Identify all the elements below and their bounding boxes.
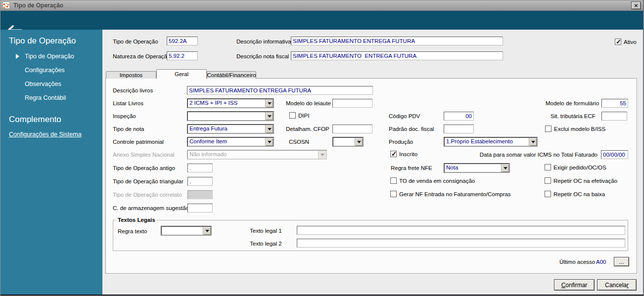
descricao-nota-fiscal-label: Descrição nota fiscal [236,53,289,59]
descricao-nota-fiscal-input[interactable] [291,51,503,60]
regra-texto-label: Regra texto [118,228,147,234]
producao-select[interactable]: 1.Próprio Estabelecimento [444,137,538,147]
sit-tributaria-ecf-label: Sit. tributária ECF [551,113,596,119]
to-venda-consignacao-checkbox-box[interactable] [390,177,397,184]
tipo-operacao-input[interactable] [167,37,198,45]
title-bar: Tipo de Operação ✕ [0,0,644,11]
repetir-oc-baixa-checkbox-box[interactable] [545,191,551,197]
data-somar-icms-label: Data para somar valor ICMS no Total Fatu… [474,152,598,158]
ultimo-acesso-value: A00 [596,259,606,265]
inscrito-checkbox[interactable]: Inscrito [390,151,417,157]
codigo-pdv-input[interactable] [444,112,474,121]
to-venda-consignacao-checkbox[interactable]: TO de venda em consignação [390,177,475,184]
modelo-formulario-input[interactable] [601,99,628,108]
modelo-leiaute-label: Modelo do leiaute [286,100,331,106]
exigir-pedido-checkbox-box[interactable] [545,164,551,170]
repetir-oc-efetivacao-checkbox-box[interactable] [545,177,551,184]
sidebar-link-configuracoes-de-sistema[interactable]: Configurações de Sistema [9,131,82,138]
confirm-button[interactable]: Confirmar [554,279,595,291]
gerar-nf-entrada-checkbox[interactable]: Gerar NF Entrada no Faturamento/Compras [390,191,511,197]
repetir-oc-baixa-checkbox[interactable]: Repetir OC na baixa [545,191,605,197]
sidebar-item-configuracoes[interactable]: Configurações [25,67,65,74]
chevron-down-icon[interactable] [355,138,363,146]
window-title: Tipo de Operação [13,2,63,9]
inscrito-checkbox-box[interactable] [390,151,397,157]
ativo-checkbox[interactable]: Ativo [615,39,637,45]
dipi-checkbox-label: DIPI [298,113,309,119]
csosn-select[interactable] [332,137,364,147]
repetir-oc-efetivacao-checkbox-label: Repetir OC na efetivação [553,178,617,184]
chevron-down-icon[interactable] [501,164,509,172]
descricao-livros-label: Descrição livros [113,87,153,93]
sidebar-item-tipo-de-operacao[interactable]: Tipo de Operação [25,53,74,60]
gerar-nf-entrada-checkbox-label: Gerar NF Entrada no Faturamento/Compras [399,191,511,197]
to-antigo-input[interactable] [187,164,213,172]
sidebar-section-title: Tipo de Operação [9,36,76,46]
ativo-checkbox-label: Ativo [624,39,637,45]
exclui-modelo-biss-checkbox[interactable]: Exclui modelo B/ISS [545,126,605,132]
ativo-checkbox-box[interactable] [615,39,621,45]
gerar-nf-entrada-checkbox-box[interactable] [390,191,397,197]
anexo-simples-label: Anexo Simples Nacional [113,152,175,158]
cancel-button[interactable]: Cancelar [597,279,637,291]
tab-impostos[interactable]: Impostos [106,71,156,79]
dipi-checkbox-box[interactable] [289,112,296,119]
descricao-informativa-input[interactable] [291,37,503,45]
tipo-de-operacao-window: Tipo de Operação ✕ Tipo de Operação Tipo… [0,0,644,296]
sidebar-item-observacoes[interactable]: Observações [25,81,61,87]
data-somar-icms-input[interactable] [601,150,628,159]
modelo-formulario-label: Modelo de formulário [546,100,599,106]
tab-geral[interactable]: Geral [156,69,207,79]
exigir-pedido-checkbox[interactable]: Exigir pedido/OC/OS [545,164,606,170]
regra-frete-nfe-select[interactable]: Nota [444,163,510,173]
texto-legal-2-input[interactable] [297,239,625,248]
repetir-oc-baixa-checkbox-label: Repetir OC na baixa [553,191,605,197]
chevron-down-icon[interactable] [265,138,273,146]
chevron-down-icon[interactable] [265,112,273,120]
chevron-down-icon[interactable] [529,138,537,146]
texto-legal-2-label: Texto legal 2 [250,241,282,247]
c-armazenagem-label: C. de armazenagem sugestão [113,205,189,211]
natureza-operacao-input[interactable] [167,51,198,60]
textos-legais-title: Textos Legais [116,217,157,223]
exclui-modelo-biss-checkbox-box[interactable] [545,126,552,132]
padrao-doc-fiscal-label: Padrão doc. fiscal [389,126,434,132]
padrao-doc-fiscal-input[interactable] [444,125,474,133]
ultimo-acesso-more-button[interactable]: ... [614,257,629,266]
modelo-leiaute-input[interactable] [332,99,372,108]
to-triangular-input[interactable] [187,177,213,186]
to-correlato-input [187,190,213,199]
sidebar-item-regra-contabil[interactable]: Regra Contábil [25,94,66,101]
app-icon-glyph [3,2,9,9]
anexo-simples-select: Não informado [187,150,327,160]
close-button[interactable]: ✕ [631,1,641,9]
texto-legal-1-label: Texto legal 1 [250,228,282,234]
chevron-down-icon[interactable] [265,99,273,107]
inscrito-checkbox-label: Inscrito [399,151,417,157]
sit-tributaria-ecf-input[interactable] [601,112,627,121]
csosn-label: CSOSN [289,139,309,145]
repetir-oc-efetivacao-checkbox[interactable]: Repetir OC na efetivação [545,177,617,184]
controle-patrimonial-select[interactable]: Conforme Item [187,137,274,147]
c-armazenagem-input[interactable] [187,204,213,212]
descricao-livros-input[interactable] [187,86,373,95]
listar-livros-select[interactable]: 2 ICMS + IPI + ISS [187,98,274,108]
tipo-nota-select[interactable]: Entrega Futura [187,124,274,134]
app-icon [2,1,10,9]
to-venda-consignacao-checkbox-label: TO de venda em consignação [399,178,475,184]
inspecao-select[interactable] [187,111,274,121]
detalham-cfop-input[interactable] [332,125,372,133]
producao-label: Produção [389,139,413,145]
sidebar-section2-title: Complemento [9,115,61,125]
listar-livros-label: Listar Livros [113,100,143,106]
to-antigo-label: Tipo de Operação antigo [113,165,175,171]
chevron-down-icon[interactable] [203,227,211,235]
exigir-pedido-checkbox-label: Exigir pedido/OC/OS [553,165,606,170]
dipi-checkbox[interactable]: DIPI [289,112,309,119]
regra-texto-select[interactable] [161,226,212,236]
inspecao-label: Inspeção [113,113,136,119]
tab-contabil-financeiro[interactable]: Contábil/Financeiro [207,71,256,79]
regra-frete-nfe-label: Regra frete NFE [391,165,432,171]
chevron-down-icon[interactable] [265,125,273,133]
texto-legal-1-input[interactable] [297,226,625,235]
